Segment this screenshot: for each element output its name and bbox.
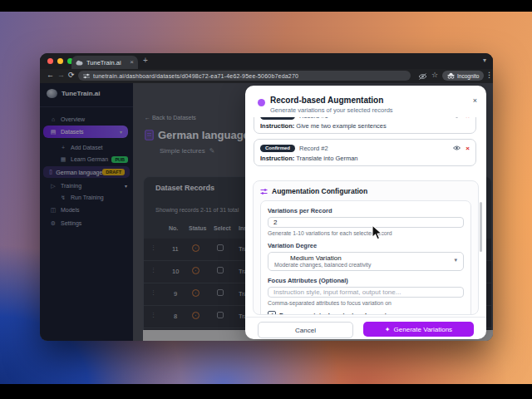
eye-icon[interactable]: [453, 145, 461, 150]
variations-label: Variations per Record: [268, 207, 464, 214]
screen: TuneTrain.ai × + ▾ ← → ⟳ tunetrain.ai/da…: [0, 0, 532, 399]
back-icon[interactable]: ←: [47, 71, 54, 79]
confirmed-badge: Confirmed: [260, 117, 295, 120]
degree-label: Variation Degree: [268, 242, 464, 249]
tab-close-icon[interactable]: ×: [130, 59, 134, 66]
browser-menu-icon[interactable]: ⋮: [485, 71, 493, 79]
address-bar[interactable]: tunetrain.ai/dashboard/datasets/d0498c72…: [78, 71, 411, 81]
url-text: tunetrain.ai/dashboard/datasets/d0498c72…: [93, 73, 298, 79]
record-card: Confirmed Record #1 × Instruction: Give …: [254, 117, 476, 134]
tab-search-chevron-icon[interactable]: ▾: [483, 57, 486, 64]
app-content: TuneTrain.ai ⌂ Overview ▤ Datasets ▾ + A…: [40, 83, 493, 341]
incognito-icon: [447, 72, 455, 79]
degree-description: Moderate changes, balanced creativity: [274, 262, 371, 268]
sparkle-icon: ✦: [385, 326, 391, 333]
close-icon[interactable]: ×: [473, 96, 477, 105]
augmentation-modal: Record-based Augmentation Generate varia…: [245, 86, 486, 339]
augmentation-config-section: Augmentation Configuration Variations pe…: [253, 180, 479, 315]
incognito-badge: Incognito: [442, 71, 484, 81]
chevron-down-icon: ▾: [454, 257, 457, 264]
preserve-label: Preserve original context and meaning: [279, 312, 394, 316]
modal-subtitle: Generate variations of your selected rec…: [270, 106, 393, 114]
instruction-text: Give me two example sentences: [296, 122, 386, 130]
selected-records-list: Confirmed Record #1 × Instruction: Give …: [254, 117, 476, 170]
modal-scrollbar[interactable]: [480, 202, 482, 252]
variations-help: Generate 1-10 variations for each select…: [268, 230, 464, 236]
eye-off-icon[interactable]: [418, 73, 427, 80]
incognito-label: Incognito: [457, 73, 479, 79]
bookmark-star-icon[interactable]: ☆: [431, 71, 438, 79]
config-card: Variations per Record Generate 1-10 vari…: [260, 200, 471, 315]
modal-title: Record-based Augmentation: [270, 96, 383, 105]
modal-accent-dot-icon: [258, 99, 265, 106]
record-name: Record #1: [299, 117, 328, 120]
minimize-window-button[interactable]: [57, 58, 63, 64]
instruction-text: Translate into German: [296, 155, 357, 162]
cancel-button[interactable]: Cancel: [258, 322, 353, 338]
remove-record-icon[interactable]: ×: [466, 117, 470, 120]
tab-favicon-cloud-icon: [76, 60, 83, 66]
remove-record-icon[interactable]: ×: [466, 145, 470, 152]
generate-variations-button[interactable]: ✦ Generate Variations: [363, 322, 474, 337]
instruction-label: Instruction:: [260, 155, 294, 162]
confirmed-badge: Confirmed: [260, 145, 295, 152]
instruction-label: Instruction:: [260, 122, 294, 130]
sliders-icon: [260, 188, 268, 195]
checkbox-checked-icon[interactable]: ✓: [268, 311, 276, 315]
record-card: Confirmed Record #2 × Instruction: Trans…: [254, 139, 476, 166]
record-instruction: Instruction: Translate into German: [260, 155, 470, 162]
variations-input[interactable]: [268, 217, 464, 228]
record-name: Record #2: [299, 145, 328, 152]
close-window-button[interactable]: [47, 58, 53, 64]
modal-footer: Cancel ✦ Generate Variations: [245, 317, 486, 339]
focus-attributes-input[interactable]: [268, 287, 464, 298]
focus-help: Comma-separated attributes to focus vari…: [268, 300, 464, 306]
browser-toolbar: ← → ⟳ tunetrain.ai/dashboard/datasets/d0…: [40, 69, 493, 83]
browser-tab[interactable]: TuneTrain.ai ×: [71, 56, 138, 69]
focus-label: Focus Attributes (Optional): [268, 277, 464, 284]
browser-window: TuneTrain.ai × + ▾ ← → ⟳ tunetrain.ai/da…: [40, 53, 493, 341]
browser-tab-bar: TuneTrain.ai × + ▾: [40, 53, 493, 69]
generate-label: Generate Variations: [394, 326, 453, 333]
reload-icon[interactable]: ⟳: [68, 71, 75, 79]
record-instruction: Instruction: Give me two example sentenc…: [260, 122, 470, 130]
variation-degree-select[interactable]: Medium Variation Moderate changes, balan…: [268, 252, 464, 271]
new-tab-button[interactable]: +: [143, 56, 148, 65]
forward-icon[interactable]: →: [57, 71, 65, 79]
config-section-title: Augmentation Configuration: [272, 187, 367, 195]
site-settings-icon: [83, 73, 90, 79]
degree-value: Medium Variation: [290, 254, 342, 262]
tab-title: TuneTrain.ai: [86, 59, 126, 66]
mouse-cursor: [372, 224, 382, 240]
eye-icon[interactable]: [453, 117, 461, 118]
preserve-context-checkbox-row[interactable]: ✓ Preserve original context and meaning: [268, 311, 464, 315]
